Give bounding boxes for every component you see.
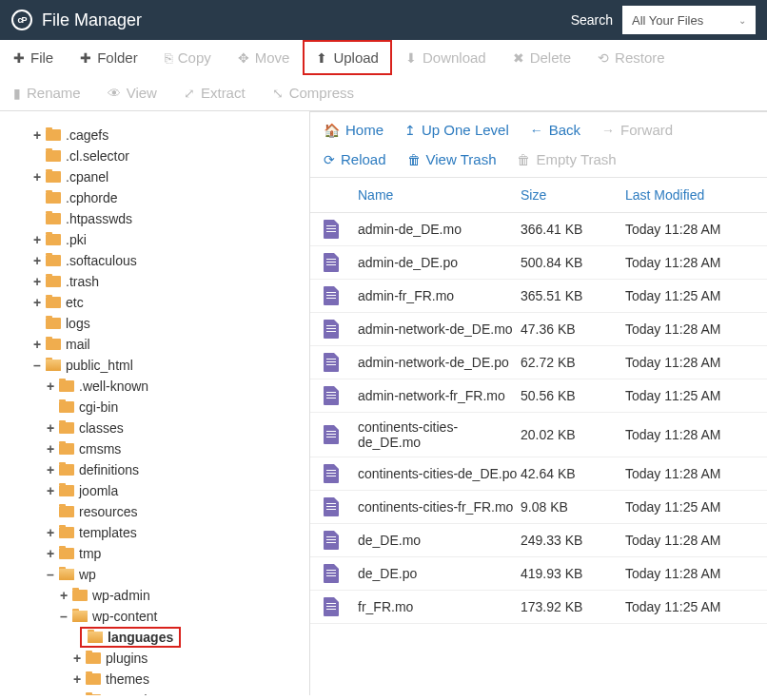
expand-icon[interactable]: + [30, 170, 44, 184]
tree-node[interactable]: +.cphorde [0, 187, 309, 208]
empty-trash-button[interactable]: 🗑Empty Trash [517, 151, 616, 167]
upload-button[interactable]: ⬆Upload [303, 40, 392, 75]
home-button[interactable]: 🏠Home [324, 122, 384, 138]
compress-button[interactable]: ⤡Compress [259, 75, 367, 110]
tree-node[interactable]: +.trash [0, 271, 309, 292]
expand-icon[interactable]: + [44, 547, 57, 560]
tree-node[interactable]: +themes [0, 669, 309, 690]
tree-node[interactable]: +.cl.selector [0, 146, 309, 166]
file-row[interactable]: admin-network-de_DE.po62.72 KBToday 11:2… [310, 346, 767, 379]
tree-label[interactable]: .cl.selector [66, 148, 129, 164]
tree-node[interactable]: +cmsms [0, 438, 309, 459]
tree-label[interactable]: plugins [106, 651, 148, 666]
expand-icon[interactable]: + [30, 233, 44, 246]
tree-label[interactable]: mail [66, 337, 90, 352]
move-button[interactable]: ✥Move [225, 40, 304, 75]
tree-node[interactable]: –wp [0, 564, 309, 585]
tree-node[interactable]: +languages [0, 627, 309, 648]
tree-node[interactable]: +mail [0, 334, 309, 355]
tree-label-selected[interactable]: languages [80, 627, 181, 648]
tree-label[interactable]: .well-known [79, 379, 148, 394]
expand-icon[interactable]: + [44, 484, 57, 497]
column-size[interactable]: Size [521, 187, 625, 203]
folder-tree-sidebar[interactable]: +.cagefs+.cl.selector+.cpanel+.cphorde+.… [0, 111, 310, 695]
tree-label[interactable]: .softaculous [66, 253, 137, 268]
extract-button[interactable]: ⤢Extract [170, 75, 259, 110]
column-modified[interactable]: Last Modified [625, 187, 754, 203]
new-file-button[interactable]: ✚File [0, 40, 67, 75]
tree-node[interactable]: +wp-admin [0, 585, 309, 606]
tree-label[interactable]: .cagefs [66, 127, 108, 143]
tree-label[interactable]: definitions [79, 462, 139, 477]
tree-node[interactable]: +.cpanel [0, 166, 309, 187]
expand-icon[interactable]: + [30, 254, 44, 267]
tree-node[interactable]: +logs [0, 313, 309, 334]
tree-label[interactable]: cgi-bin [79, 399, 118, 415]
tree-label[interactable]: .trash [66, 274, 99, 289]
tree-label[interactable]: .htpasswds [66, 211, 132, 226]
restore-button[interactable]: ⟲Restore [584, 40, 678, 75]
collapse-icon[interactable]: – [30, 359, 44, 372]
file-row[interactable]: continents-cities-de_DE.mo20.02 KBToday … [310, 413, 767, 457]
tree-node[interactable]: +tmp [0, 543, 309, 564]
tree-node[interactable]: +joomla [0, 480, 309, 501]
tree-node[interactable]: +plugins [0, 648, 309, 669]
file-row[interactable]: de_DE.po419.93 KBToday 11:28 AM [310, 557, 767, 591]
file-row[interactable]: admin-de_DE.po500.84 KBToday 11:28 AM [310, 246, 767, 280]
file-row[interactable]: admin-fr_FR.mo365.51 KBToday 11:25 AM [310, 280, 767, 313]
copy-button[interactable]: ⎘Copy [151, 40, 225, 75]
tree-node[interactable]: +upgrade [0, 690, 309, 695]
new-folder-button[interactable]: ✚Folder [67, 40, 151, 75]
file-row[interactable]: admin-de_DE.mo366.41 KBToday 11:28 AM [310, 213, 767, 246]
up-one-level-button[interactable]: ↥Up One Level [404, 122, 509, 138]
tree-node[interactable]: +definitions [0, 459, 309, 480]
expand-icon[interactable]: + [70, 672, 84, 686]
expand-icon[interactable]: + [70, 651, 84, 665]
tree-label[interactable]: joomla [79, 483, 118, 498]
view-trash-button[interactable]: 🗑View Trash [407, 151, 497, 167]
expand-icon[interactable]: + [44, 421, 57, 435]
tree-node[interactable]: +cgi-bin [0, 397, 309, 418]
tree-label[interactable]: .cphorde [66, 190, 117, 205]
tree-node[interactable]: +resources [0, 501, 309, 522]
reload-button[interactable]: ⟳Reload [324, 151, 386, 167]
tree-label[interactable]: tmp [79, 546, 101, 561]
file-row[interactable]: admin-network-de_DE.mo47.36 KBToday 11:2… [310, 313, 767, 346]
expand-icon[interactable]: + [57, 589, 70, 602]
tree-node[interactable]: +.pki [0, 229, 309, 250]
expand-icon[interactable]: + [30, 128, 44, 142]
tree-label[interactable]: .cpanel [66, 169, 108, 185]
tree-label[interactable]: upgrade [106, 692, 154, 695]
forward-button[interactable]: →Forward [601, 122, 673, 138]
expand-icon[interactable]: + [44, 463, 57, 476]
download-button[interactable]: ⬇Download [392, 40, 500, 75]
view-button[interactable]: 👁View [94, 75, 170, 110]
tree-label[interactable]: etc [66, 295, 84, 310]
expand-icon[interactable]: + [44, 379, 57, 393]
tree-node[interactable]: –public_html [0, 355, 309, 376]
tree-node[interactable]: +classes [0, 418, 309, 438]
file-row[interactable]: continents-cities-fr_FR.mo9.08 KBToday 1… [310, 491, 767, 524]
tree-label[interactable]: wp-content [92, 609, 157, 624]
tree-label[interactable]: classes [79, 420, 124, 436]
tree-node[interactable]: +etc [0, 292, 309, 313]
tree-label[interactable]: resources [79, 504, 137, 519]
tree-node[interactable]: +templates [0, 522, 309, 543]
tree-node[interactable]: –wp-content [0, 606, 309, 627]
tree-label[interactable]: wp [79, 567, 96, 582]
tree-node[interactable]: +.htpasswds [0, 208, 309, 229]
tree-node[interactable]: +.well-known [0, 376, 309, 397]
tree-label[interactable]: .pki [66, 232, 87, 247]
back-button[interactable]: ←Back [530, 122, 580, 138]
file-row[interactable]: fr_FR.mo173.92 KBToday 11:25 AM [310, 591, 767, 624]
tree-label[interactable]: themes [106, 671, 149, 687]
rename-button[interactable]: ▮Rename [0, 75, 94, 110]
tree-node[interactable]: +.softaculous [0, 250, 309, 271]
expand-icon[interactable]: + [44, 526, 57, 539]
tree-label[interactable]: cmsms [79, 441, 121, 457]
tree-label[interactable]: logs [66, 316, 90, 331]
tree-label[interactable]: wp-admin [92, 588, 150, 603]
tree-label[interactable]: public_html [66, 358, 133, 373]
delete-button[interactable]: ✖Delete [500, 40, 584, 75]
expand-icon[interactable]: + [30, 296, 44, 309]
